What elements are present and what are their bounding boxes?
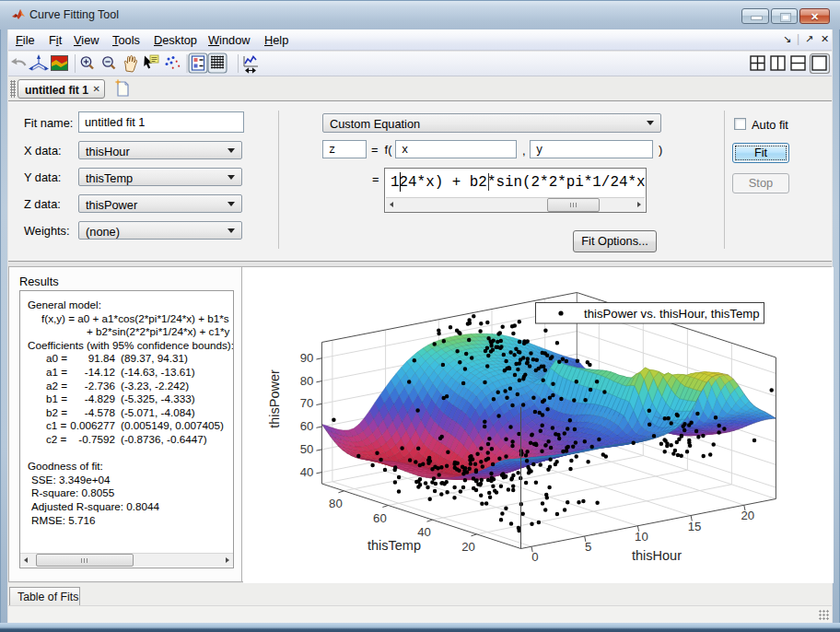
svg-text:40: 40 <box>300 465 314 479</box>
svg-text:20: 20 <box>461 540 475 554</box>
svg-text:5: 5 <box>585 540 591 554</box>
svg-text:15: 15 <box>688 520 702 533</box>
svg-text:50: 50 <box>300 442 314 456</box>
svg-text:60: 60 <box>300 419 314 433</box>
svg-text:thisHour: thisHour <box>632 548 682 563</box>
svg-text:80: 80 <box>329 497 343 510</box>
svg-text:10: 10 <box>635 530 648 544</box>
svg-text:40: 40 <box>417 525 431 539</box>
svg-text:90: 90 <box>300 351 314 365</box>
svg-text:thisPower: thisPower <box>267 369 282 428</box>
svg-text:70: 70 <box>300 396 314 410</box>
svg-text:80: 80 <box>300 374 314 388</box>
svg-text:0: 0 <box>531 550 538 564</box>
svg-text:60: 60 <box>373 511 387 525</box>
svg-text:thisTemp: thisTemp <box>368 538 421 553</box>
svg-text:20: 20 <box>741 509 754 522</box>
svg-text:thisPower vs. thisHour, thisTe: thisPower vs. thisHour, thisTemp <box>584 307 760 321</box>
